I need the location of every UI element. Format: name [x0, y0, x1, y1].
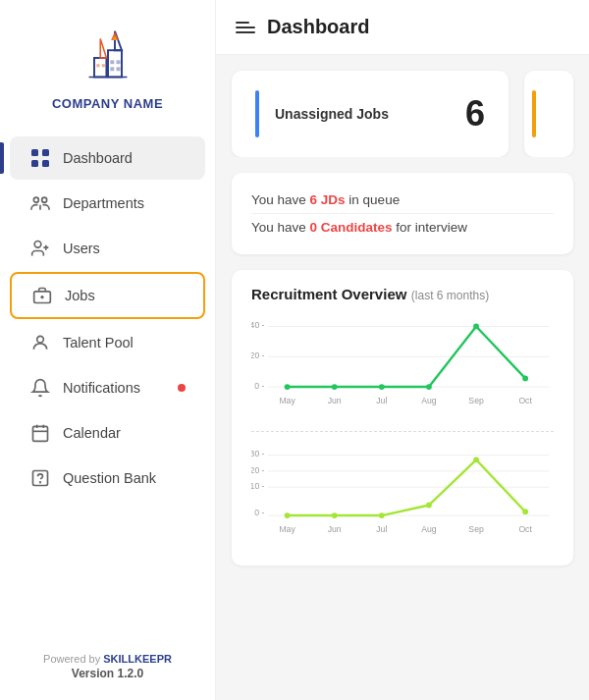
svg-point-62	[332, 512, 338, 518]
chart-section: Recruitment Overview (last 6 months) 40 …	[232, 270, 573, 565]
sidebar-item-dashboard[interactable]: Dashboard	[10, 136, 205, 180]
svg-point-43	[379, 384, 385, 390]
svg-rect-13	[31, 160, 38, 167]
svg-point-65	[473, 457, 479, 462]
svg-rect-5	[116, 60, 120, 64]
svg-text:0 -: 0 -	[254, 381, 264, 391]
departments-icon	[29, 192, 51, 214]
queue-section: You have 6 JDs in queue You have 0 Candi…	[232, 173, 573, 254]
svg-rect-23	[33, 426, 48, 441]
sidebar-item-users[interactable]: Users	[10, 227, 205, 270]
sidebar-item-users-label: Users	[63, 241, 186, 256]
svg-rect-9	[101, 64, 104, 67]
svg-point-64	[426, 502, 432, 508]
svg-text:20 -: 20 -	[251, 465, 265, 475]
svg-text:Jul: Jul	[376, 396, 387, 405]
svg-text:Sep: Sep	[468, 524, 484, 534]
svg-point-18	[34, 242, 41, 248]
queue-row-jd: You have 6 JDs in queue	[251, 187, 554, 214]
svg-point-45	[473, 324, 479, 330]
svg-text:Oct: Oct	[518, 524, 532, 534]
svg-point-28	[40, 482, 41, 483]
chart-2-wrapper: 30 - 20 - 10 - 0 - May Jun Jul Aug Sep O…	[251, 442, 554, 550]
main-content: Dashboard Unassigned Jobs 6 You have 6 J…	[216, 0, 589, 700]
top-bar: Dashboard	[216, 0, 589, 55]
svg-point-63	[379, 512, 385, 518]
dashboard-icon	[29, 147, 51, 169]
svg-text:Sep: Sep	[468, 396, 484, 405]
svg-text:Jul: Jul	[376, 524, 387, 534]
notification-dot	[178, 384, 186, 392]
sidebar-item-talent-pool-label: Talent Pool	[63, 335, 186, 350]
version-label: Version 1.2.0	[10, 667, 205, 680]
stat-card-label-0: Unassigned Jobs	[275, 106, 450, 122]
sidebar-item-notifications[interactable]: Notifications	[10, 366, 205, 409]
sidebar-item-jobs-label: Jobs	[65, 288, 184, 303]
chart-1-wrapper: 40 - 20 - 0 - May Jun Jul Aug Sep Oct	[251, 313, 554, 421]
svg-text:20 -: 20 -	[251, 350, 265, 360]
jobs-icon	[31, 285, 53, 306]
chart-1-svg: 40 - 20 - 0 - May Jun Jul Aug Sep Oct	[251, 313, 554, 417]
svg-text:Aug: Aug	[421, 524, 437, 534]
svg-text:40 -: 40 -	[251, 320, 265, 330]
svg-rect-12	[42, 149, 49, 156]
sidebar-item-talent-pool[interactable]: Talent Pool	[10, 321, 205, 364]
svg-rect-7	[116, 67, 120, 71]
question-bank-icon	[29, 467, 51, 489]
candidate-count: 0 Candidates	[310, 220, 393, 235]
svg-text:Oct: Oct	[518, 396, 532, 405]
svg-point-42	[332, 384, 338, 390]
card-border-orange	[532, 90, 536, 137]
svg-text:10 -: 10 -	[251, 481, 265, 491]
svg-rect-1	[94, 58, 106, 77]
stat-card-value-0: 6	[465, 93, 485, 135]
chart-subtitle: (last 6 months)	[411, 289, 489, 302]
hamburger-menu-button[interactable]	[236, 22, 255, 33]
svg-text:May: May	[279, 524, 295, 534]
sidebar-item-jobs[interactable]: Jobs	[10, 272, 205, 319]
svg-marker-3	[100, 39, 106, 58]
sidebar-item-departments-label: Departments	[63, 195, 186, 211]
stats-cards-row: Unassigned Jobs 6	[216, 55, 589, 157]
svg-text:Aug: Aug	[421, 396, 437, 405]
calendar-icon	[29, 422, 51, 444]
jd-count: 6 JDs	[310, 192, 346, 207]
svg-rect-8	[96, 64, 99, 67]
page-title: Dashboard	[267, 16, 369, 38]
card-border-blue	[255, 90, 259, 137]
svg-rect-4	[110, 60, 114, 64]
powered-by-text: Powered by SKILLKEEPR	[43, 653, 172, 665]
company-logo	[69, 24, 147, 92]
svg-rect-11	[31, 149, 38, 156]
svg-point-46	[522, 376, 528, 382]
svg-text:0 -: 0 -	[254, 508, 264, 517]
logo-area: COMPANY NAME	[0, 0, 215, 127]
svg-rect-6	[110, 67, 114, 71]
svg-point-22	[37, 336, 44, 343]
chart-2-svg: 30 - 20 - 10 - 0 - May Jun Jul Aug Sep O…	[251, 442, 554, 546]
sidebar-item-question-bank-label: Question Bank	[63, 470, 186, 486]
chart-title: Recruitment Overview	[251, 286, 406, 302]
svg-point-15	[33, 197, 38, 202]
talent-pool-icon	[29, 332, 51, 353]
chart-divider	[251, 431, 554, 432]
svg-text:Jun: Jun	[328, 524, 342, 534]
svg-point-16	[42, 197, 47, 202]
svg-point-41	[285, 384, 291, 390]
svg-rect-14	[42, 160, 49, 167]
svg-text:30 -: 30 -	[251, 449, 265, 458]
chart-header: Recruitment Overview (last 6 months)	[251, 286, 554, 303]
notifications-icon	[29, 377, 51, 399]
svg-point-44	[426, 384, 432, 390]
sidebar-item-question-bank[interactable]: Question Bank	[10, 457, 205, 500]
sidebar-item-departments[interactable]: Departments	[10, 182, 205, 225]
svg-point-66	[522, 509, 528, 514]
company-name-label: COMPANY NAME	[52, 96, 163, 111]
sidebar-item-calendar[interactable]: Calendar	[10, 411, 205, 455]
sidebar-footer: Powered by SKILLKEEPR Version 1.2.0	[0, 637, 215, 700]
nav-list: Dashboard Departments	[0, 127, 215, 637]
svg-text:Jun: Jun	[328, 396, 342, 405]
sidebar-item-dashboard-label: Dashboard	[63, 150, 186, 166]
sidebar-item-calendar-label: Calendar	[63, 425, 186, 441]
stat-card-partial	[524, 71, 573, 157]
